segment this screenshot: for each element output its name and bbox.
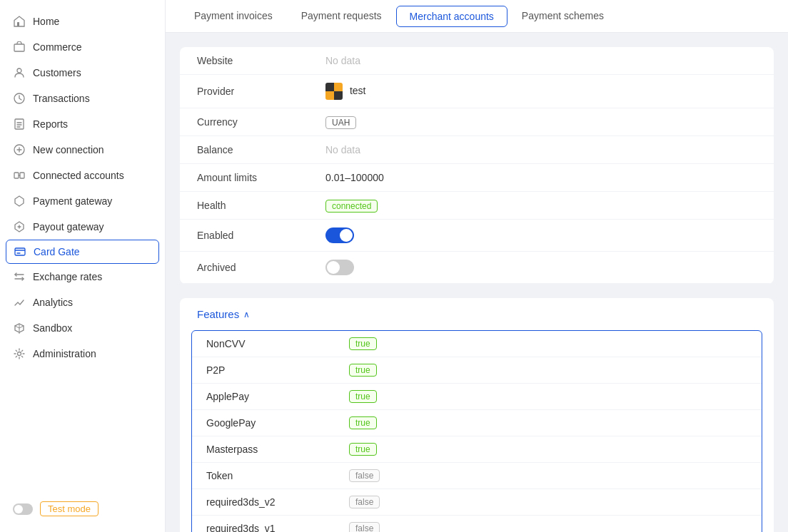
sidebar-label-payout-gateway: Payout gateway <box>33 221 104 232</box>
features-section: Features ∧ NonCVV true P2P true ApplePay… <box>180 298 774 532</box>
archived-toggle[interactable] <box>325 260 354 275</box>
feature-value-masterpass: true <box>349 443 377 456</box>
sidebar-item-reports[interactable]: Reports <box>0 111 165 137</box>
tab-payment-invoices[interactable]: Payment invoices <box>180 0 287 33</box>
sidebar-label-new-connection: New connection <box>33 144 104 155</box>
commerce-icon <box>13 41 26 53</box>
field-balance: Balance No data <box>180 136 774 164</box>
feature-applepay: ApplePay true <box>192 384 762 410</box>
currency-badge: UAH <box>325 116 356 129</box>
tab-payment-requests[interactable]: Payment requests <box>287 0 396 33</box>
reports-icon <box>13 118 26 131</box>
field-label-provider: Provider <box>197 86 325 97</box>
sidebar-label-connected-accounts: Connected accounts <box>33 170 124 181</box>
sidebar-label-reports: Reports <box>33 118 68 130</box>
administration-icon <box>13 347 26 360</box>
field-currency: Currency UAH <box>180 108 774 136</box>
feature-p2p: P2P true <box>192 357 762 384</box>
field-label-balance: Balance <box>197 144 325 155</box>
customers-icon <box>13 66 26 79</box>
sidebar-item-commerce[interactable]: Commerce <box>0 34 165 60</box>
field-archived: Archived <box>180 252 774 284</box>
feature-value-p2p: true <box>349 364 377 377</box>
field-label-amount-limits: Amount limits <box>197 172 325 183</box>
sidebar-item-transactions[interactable]: Transactions <box>0 86 165 111</box>
sidebar-item-card-gate[interactable]: Card Gate <box>6 240 159 264</box>
field-value-currency: UAH <box>325 116 356 128</box>
field-label-currency: Currency <box>197 116 325 128</box>
transactions-icon <box>13 92 26 105</box>
sidebar-item-payout-gateway[interactable]: Payout gateway <box>0 214 165 240</box>
feature-label-p2p: P2P <box>206 364 349 376</box>
feature-googlepay: GooglePay true <box>192 410 762 436</box>
field-enabled: Enabled <box>180 220 774 252</box>
exchange-rates-icon <box>13 270 26 283</box>
tabs-bar: Payment invoices Payment requests Mercha… <box>166 0 788 33</box>
field-label-archived: Archived <box>197 262 325 273</box>
sidebar-item-payment-gateway[interactable]: Payment gateway <box>0 188 165 214</box>
field-amount-limits: Amount limits 0.01–100000 <box>180 164 774 192</box>
svg-rect-7 <box>20 173 24 178</box>
sidebar-label-payment-gateway: Payment gateway <box>33 195 112 207</box>
field-value-provider: test <box>325 83 365 100</box>
new-connection-icon <box>13 143 26 156</box>
sidebar-item-customers[interactable]: Customers <box>0 60 165 86</box>
field-value-balance: No data <box>325 144 360 155</box>
feature-value-googlepay: true <box>349 416 377 429</box>
sidebar-label-commerce: Commerce <box>33 41 81 53</box>
card-gate-icon <box>14 245 26 258</box>
feature-label-applepay: ApplePay <box>206 391 349 402</box>
enabled-toggle[interactable] <box>325 227 354 243</box>
sidebar-label-home: Home <box>33 16 59 27</box>
svg-rect-4 <box>15 119 24 129</box>
feature-noncvv: NonCVV true <box>192 331 762 357</box>
field-value-website: No data <box>325 55 360 66</box>
sidebar-item-connected-accounts[interactable]: Connected accounts <box>0 163 165 188</box>
field-provider: Provider test <box>180 75 774 108</box>
home-icon <box>13 15 26 28</box>
feature-label-required3ds-v2: required3ds_v2 <box>206 496 349 508</box>
sidebar-item-exchange-rates[interactable]: Exchange rates <box>0 264 165 290</box>
field-health: Health connected <box>180 192 774 220</box>
sidebar-label-customers: Customers <box>33 67 81 78</box>
svg-point-9 <box>18 352 21 356</box>
svg-rect-0 <box>17 22 19 26</box>
sidebar-item-sandbox[interactable]: Sandbox <box>0 315 165 341</box>
content-area: Website No data Provider test Cu <box>166 33 788 532</box>
feature-value-required3ds-v2: false <box>349 496 380 508</box>
field-label-enabled: Enabled <box>197 230 325 241</box>
sidebar-item-administration[interactable]: Administration <box>0 341 165 367</box>
feature-value-noncvv: true <box>349 337 377 350</box>
payout-gateway-icon <box>13 220 26 233</box>
svg-rect-8 <box>15 248 25 255</box>
provider-name: test <box>350 85 366 96</box>
sidebar-label-administration: Administration <box>33 348 96 359</box>
field-value-enabled <box>325 227 354 243</box>
sandbox-icon <box>13 322 26 334</box>
sidebar-item-new-connection[interactable]: New connection <box>0 137 165 163</box>
feature-label-token: Token <box>206 470 349 481</box>
feature-label-googlepay: GooglePay <box>206 417 349 429</box>
provider-icon <box>325 83 343 100</box>
features-chevron-icon: ∧ <box>243 310 250 319</box>
connected-accounts-icon <box>13 169 26 182</box>
tab-merchant-accounts[interactable]: Merchant accounts <box>396 6 507 27</box>
tab-payment-schemes[interactable]: Payment schemes <box>507 0 618 33</box>
feature-label-masterpass: Masterpass <box>206 444 349 455</box>
svg-rect-6 <box>14 173 19 178</box>
sidebar-label-sandbox: Sandbox <box>33 322 72 334</box>
analytics-icon <box>13 296 26 309</box>
feature-required3ds-v2: required3ds_v2 false <box>192 489 762 516</box>
features-header[interactable]: Features ∧ <box>180 298 774 330</box>
svg-rect-1 <box>14 44 24 51</box>
sidebar-item-home[interactable]: Home <box>0 9 165 34</box>
health-badge: connected <box>325 200 378 213</box>
detail-card: Website No data Provider test Cu <box>180 47 774 284</box>
features-title: Features <box>197 308 239 320</box>
sidebar: Home Commerce Customers Transactions Rep… <box>0 0 166 532</box>
feature-required3ds-v1: required3ds_v1 false <box>192 516 762 532</box>
field-label-health: Health <box>197 200 325 211</box>
test-mode-toggle[interactable] <box>13 503 33 515</box>
sidebar-item-analytics[interactable]: Analytics <box>0 290 165 315</box>
sidebar-label-card-gate: Card Gate <box>34 246 80 257</box>
